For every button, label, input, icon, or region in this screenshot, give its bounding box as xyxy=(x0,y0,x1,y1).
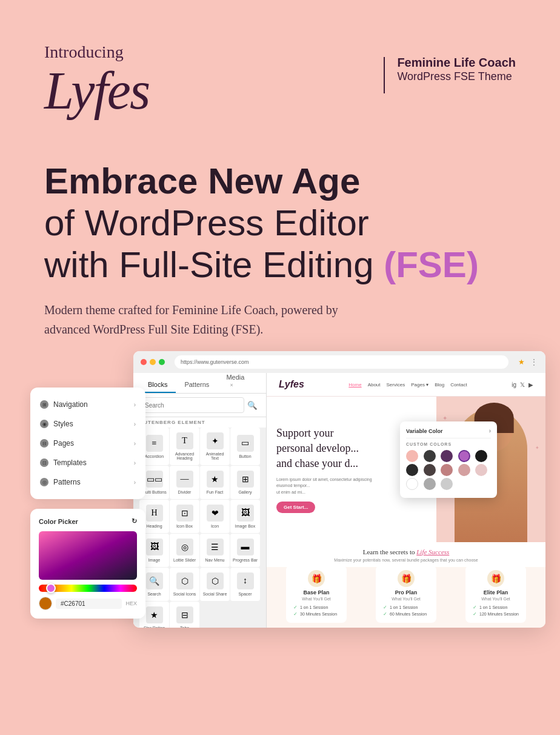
color-swatch-lightblush[interactable] xyxy=(475,464,487,476)
base-plan-feature2: ✓ 30 Minutes Session xyxy=(293,611,339,617)
browser-bar: https://www.gutenverse.com ★ ⋮ xyxy=(133,351,545,373)
hex-label: HEX xyxy=(125,600,137,606)
color-swatch-blush[interactable] xyxy=(458,464,470,476)
block-gallery[interactable]: ⊞ Gallery xyxy=(230,466,260,499)
color-swatch-purple[interactable] xyxy=(441,450,453,462)
lottie-slider-icon: ◎ xyxy=(176,539,193,555)
templates-icon: ⊡ xyxy=(40,458,48,467)
block-spacer[interactable]: ↕ Spacer xyxy=(230,568,260,601)
tab-close-icon[interactable]: × xyxy=(230,382,233,388)
spacer-icon: ↕ xyxy=(237,572,254,589)
color-swatch-pink[interactable] xyxy=(406,450,418,462)
color-picker-hue[interactable] xyxy=(39,585,137,592)
site-nav-home[interactable]: Home xyxy=(348,382,361,388)
color-picker-title: Color Picker xyxy=(39,518,78,525)
block-image-box[interactable]: 🖼 Image Box xyxy=(230,500,260,533)
block-icon[interactable]: ❤ Icon xyxy=(200,500,230,533)
block-lottie-slider[interactable]: ◎ Lottie Slider xyxy=(170,534,199,567)
pages-icon: ⊟ xyxy=(40,439,48,448)
learn-para: Maximize your potentials now, several bu… xyxy=(279,558,533,562)
color-swatch-darkbrown[interactable] xyxy=(424,464,436,476)
nav-item-templates[interactable]: ⊡ Templates › xyxy=(30,453,145,472)
accordion-icon: ≡ xyxy=(146,435,163,452)
editor-search-button[interactable]: 🔍 xyxy=(244,397,260,413)
site-logo: Lyfes xyxy=(279,379,304,390)
navigation-icon: ⊞ xyxy=(40,400,48,409)
check-icon: ✓ xyxy=(293,605,298,610)
browser-dot-green[interactable] xyxy=(159,359,165,365)
tab-media[interactable]: Media × xyxy=(218,373,260,393)
nav-item-styles[interactable]: ◉ Styles › xyxy=(30,414,145,434)
block-social-icons[interactable]: ⬡ Social Icons xyxy=(170,568,199,601)
color-swatch-white[interactable] xyxy=(406,478,418,490)
learn-section: Learn the secrets to Life Success Maximi… xyxy=(267,543,545,567)
hex-color-swatch xyxy=(39,597,52,610)
pro-plan-name: Pro Plan xyxy=(383,589,429,596)
search-icon: 🔍 xyxy=(146,572,163,589)
site-nav-about[interactable]: About xyxy=(368,382,381,388)
block-progress-bar[interactable]: ▬ Progress Bar xyxy=(230,534,260,567)
browser-url-bar[interactable]: https://www.gutenverse.com xyxy=(175,355,508,369)
block-nav-menu[interactable]: ☰ Nav Menu xyxy=(200,534,230,567)
color-swatch-black[interactable] xyxy=(475,450,487,462)
block-advanced-heading[interactable]: T Advanced Heading xyxy=(170,428,199,465)
site-cta-button[interactable]: Get Start... xyxy=(276,502,315,513)
youtube-icon[interactable]: ▶ xyxy=(528,381,533,388)
tabs-icon: ⊟ xyxy=(176,606,193,623)
nav-item-pages[interactable]: ⊟ Pages › xyxy=(30,434,145,453)
header-section: Introducing Lyfes Feminine Life Coach Wo… xyxy=(0,0,560,142)
tab-blocks[interactable]: Blocks xyxy=(139,377,176,393)
tab-patterns[interactable]: Patterns xyxy=(176,377,218,393)
nav-item-navigation-label: Navigation xyxy=(53,400,88,409)
color-swatch-medgray[interactable] xyxy=(424,478,436,490)
star-icon[interactable]: ★ xyxy=(518,358,525,367)
nav-item-patterns[interactable]: ◎ Patterns › xyxy=(30,472,145,492)
site-navbar: Lyfes Home About Services Pages ▾ Blog C… xyxy=(267,373,545,397)
browser-dot-red[interactable] xyxy=(141,359,147,365)
block-divider[interactable]: — Divider xyxy=(170,466,199,499)
block-button[interactable]: ▭ Button xyxy=(230,428,260,465)
styles-icon: ◉ xyxy=(40,420,48,428)
heading-icon: H xyxy=(146,505,163,522)
vc-arrow-icon[interactable]: › xyxy=(489,428,491,434)
block-fun-fact[interactable]: ★ Fun Fact xyxy=(200,466,230,499)
nav-menu-icon: ☰ xyxy=(207,539,224,555)
nav-item-navigation[interactable]: ⊞ Navigation › xyxy=(30,395,145,414)
color-picker-canvas[interactable] xyxy=(39,531,137,580)
hero-heading-line3: with Full-Site Editing (FSE) xyxy=(44,244,479,285)
editor-tabs: Blocks Patterns Media × xyxy=(133,373,266,394)
check-icon: ✓ xyxy=(473,611,477,617)
block-social-share[interactable]: ⬡ Social Share xyxy=(200,568,230,601)
mockup-section: ⊞ Navigation › ◉ Styles › ⊟ Pages › xyxy=(0,351,560,624)
hero-description: Modern theme crafted for Feminine Life C… xyxy=(44,300,384,339)
block-tabs[interactable]: ⊟ Tabs xyxy=(170,602,199,628)
editor-search-input[interactable] xyxy=(139,397,244,413)
hex-value[interactable]: #C26701 xyxy=(56,599,122,609)
tagline-divider xyxy=(384,57,385,93)
site-nav-contact[interactable]: Contact xyxy=(450,382,467,388)
color-swatch-violet[interactable] xyxy=(458,450,470,462)
browser-dot-yellow[interactable] xyxy=(150,359,156,365)
twitter-icon[interactable]: 𝕏 xyxy=(520,381,525,388)
color-picker-refresh-icon[interactable]: ↻ xyxy=(132,517,137,525)
color-swatch-darkgray[interactable] xyxy=(424,450,436,462)
learn-heading: Learn the secrets to Life Success xyxy=(279,548,533,555)
site-nav-blog[interactable]: Blog xyxy=(435,382,444,388)
color-swatch-lightgray[interactable] xyxy=(441,478,453,490)
tagline-text: Feminine Life Coach WordPress FSE Theme xyxy=(397,55,516,83)
hue-handle[interactable] xyxy=(46,583,56,593)
site-nav-services[interactable]: Services xyxy=(387,382,405,388)
color-swatch-mauve[interactable] xyxy=(441,464,453,476)
site-nav-pages[interactable]: Pages ▾ xyxy=(411,382,428,388)
lyfes-logo: Lyfes xyxy=(44,64,149,118)
fun-fact-icon: ★ xyxy=(207,471,224,488)
block-animated-text[interactable]: ✦ Animated Text xyxy=(200,428,230,465)
animated-text-icon: ✦ xyxy=(207,432,224,449)
elite-plan-icon: 🎁 xyxy=(487,570,504,587)
block-icon-box[interactable]: ⊡ Icon Box xyxy=(170,500,199,533)
instagram-icon[interactable]: ig xyxy=(512,381,516,388)
site-nav-links: Home About Services Pages ▾ Blog Contact xyxy=(348,382,467,388)
hero-section: Embrace New Age of WordPress Editor with… xyxy=(0,142,560,351)
color-swatch-black2[interactable] xyxy=(406,464,418,476)
browser-menu-icon[interactable]: ⋮ xyxy=(530,357,538,368)
